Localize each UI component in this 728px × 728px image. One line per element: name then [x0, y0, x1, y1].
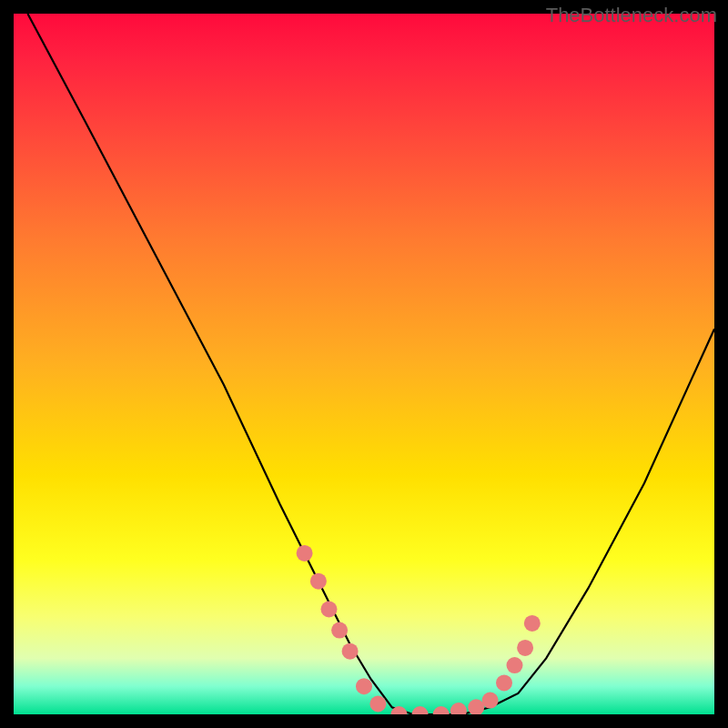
marker-point	[412, 706, 429, 714]
marker-point	[524, 615, 541, 632]
plot-area	[14, 14, 714, 714]
watermark-text: TheBottleneck.com	[546, 4, 717, 27]
bottleneck-curve	[27, 14, 714, 714]
marker-point	[468, 699, 484, 714]
chart-svg	[14, 14, 714, 714]
marker-point	[433, 706, 450, 714]
marker-point	[356, 678, 372, 694]
marker-point	[331, 622, 348, 639]
marker-point	[507, 657, 523, 673]
marker-point	[310, 573, 327, 590]
marker-point	[297, 545, 313, 561]
marker-point	[321, 602, 338, 618]
marker-point	[496, 674, 512, 691]
marker-point	[482, 693, 499, 709]
marker-point	[342, 643, 359, 660]
curve-markers	[297, 545, 541, 714]
marker-point	[450, 703, 467, 714]
marker-point	[517, 640, 533, 656]
marker-point	[369, 696, 386, 713]
